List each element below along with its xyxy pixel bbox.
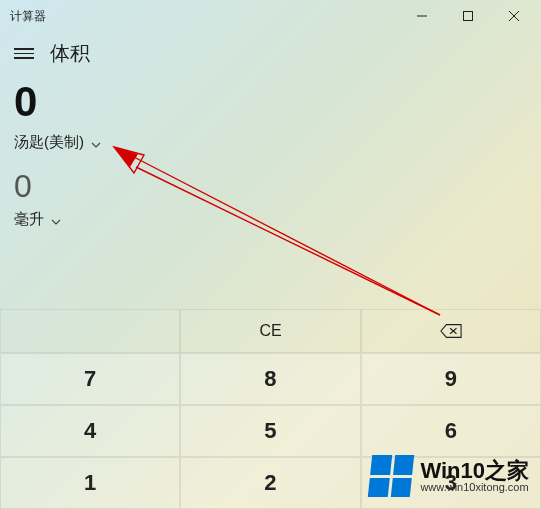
window-controls xyxy=(399,0,537,32)
backspace-icon xyxy=(440,323,462,339)
chevron-down-icon xyxy=(90,137,102,149)
output-unit-label: 毫升 xyxy=(14,210,44,229)
key-blank xyxy=(0,309,180,353)
maximize-icon xyxy=(462,10,474,22)
chevron-down-icon xyxy=(50,214,62,226)
minimize-icon xyxy=(416,10,428,22)
output-value[interactable]: 0 xyxy=(14,170,527,202)
minimize-button[interactable] xyxy=(399,0,445,32)
windows-logo-icon xyxy=(368,455,414,497)
watermark: Win10之家 www.win10xitong.com xyxy=(364,451,535,501)
window-title: 计算器 xyxy=(10,8,46,25)
backspace-button[interactable] xyxy=(361,309,541,353)
conversion-area: 0 汤匙(美制) 0 毫升 xyxy=(0,77,541,235)
clear-entry-button[interactable]: CE xyxy=(180,309,360,353)
key-2[interactable]: 2 xyxy=(180,457,360,509)
key-1[interactable]: 1 xyxy=(0,457,180,509)
key-9[interactable]: 9 xyxy=(361,353,541,405)
input-value[interactable]: 0 xyxy=(14,81,527,123)
key-4[interactable]: 4 xyxy=(0,405,180,457)
app-header: 体积 xyxy=(0,32,541,77)
watermark-main: Win10之家 xyxy=(420,460,529,482)
output-unit-select[interactable]: 毫升 xyxy=(14,210,62,229)
key-8[interactable]: 8 xyxy=(180,353,360,405)
watermark-sub: www.win10xitong.com xyxy=(420,482,529,493)
key-5[interactable]: 5 xyxy=(180,405,360,457)
hamburger-menu-icon[interactable] xyxy=(14,48,34,59)
key-7[interactable]: 7 xyxy=(0,353,180,405)
input-unit-select[interactable]: 汤匙(美制) xyxy=(14,133,102,152)
maximize-button[interactable] xyxy=(445,0,491,32)
close-button[interactable] xyxy=(491,0,537,32)
input-unit-label: 汤匙(美制) xyxy=(14,133,84,152)
window-titlebar: 计算器 xyxy=(0,0,541,32)
key-6[interactable]: 6 xyxy=(361,405,541,457)
close-icon xyxy=(508,10,520,22)
svg-rect-1 xyxy=(464,12,473,21)
page-title: 体积 xyxy=(50,40,90,67)
